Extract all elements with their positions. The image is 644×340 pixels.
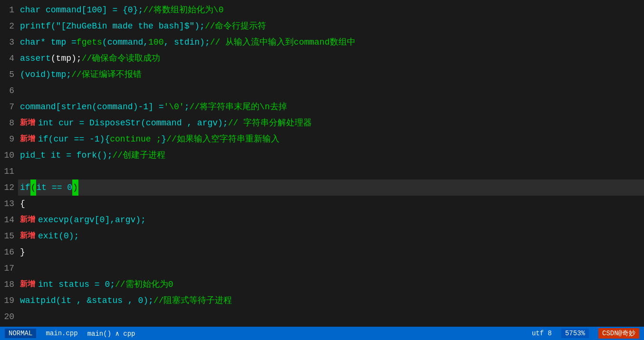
code-token: (tmp); (51, 50, 82, 66)
code-token: // 从输入流中输入到command数组中 (210, 34, 356, 50)
branch-badge: main.cpp (46, 330, 77, 337)
line-number: 5 (0, 66, 14, 83)
code-line (18, 163, 644, 179)
line-number: 8 (0, 115, 14, 131)
code-token: //命令行提示符 (205, 18, 267, 34)
code-line: 新增exit(0); (18, 228, 644, 244)
code-line: } (18, 244, 644, 260)
code-line: 新增execvp(argv[0],argv); (18, 212, 644, 228)
code-line: (void)tmp;//保证编译不报错 (18, 66, 644, 83)
code-token: execvp(argv[0],argv); (38, 212, 146, 228)
code-token: char* tmp = (20, 34, 77, 50)
line-number: 7 (0, 99, 14, 115)
code-line: command[strlen(command)-1] = '\0';//将字符串… (18, 99, 644, 115)
status-right: utf 8 5753% CSDN@奇妙 (532, 328, 639, 339)
code-line: printf("[ZhuGeBin made the bash]$");//命令… (18, 18, 644, 34)
file-info: main() ∧ cpp (87, 330, 135, 338)
code-token: int status = 0; (38, 276, 115, 293)
code-token: } (20, 244, 25, 260)
code-token: //将数组初始化为\0 (143, 2, 223, 18)
code-token: { (20, 196, 25, 212)
line-number: 10 (0, 147, 14, 163)
code-token: waitpid(it , &status , 0); (20, 293, 154, 309)
line-col-info: 5753% (561, 329, 589, 338)
new-label: 新增 (20, 228, 35, 244)
code-token: char command[100] = {0}; (20, 2, 143, 18)
code-token: //确保命令读取成功 (82, 50, 161, 66)
line-number: 20 (0, 309, 14, 325)
code-token: ; (184, 99, 190, 115)
code-line: 新增if(cur == -1){continue ;}//如果输入空字符串重新输… (18, 131, 644, 147)
code-token: // 字符串分解处理器 (228, 115, 312, 131)
code-token: if(cur == -1){ (38, 131, 110, 147)
code-area: 12345678910111213141516171819202122 char… (0, 0, 644, 327)
line-number: 18 (0, 276, 14, 293)
new-label: 新增 (20, 212, 35, 228)
code-line (18, 309, 644, 325)
code-token: continue ; (110, 131, 161, 147)
cursor-end: ) (72, 179, 78, 196)
line-number: 13 (0, 196, 14, 212)
line-number: 16 (0, 244, 14, 260)
code-line: { (18, 196, 644, 212)
encoding-info: utf 8 (532, 330, 552, 337)
code-line: if(it == 0) (18, 179, 644, 196)
code-line: 新增int status = 0;//需初始化为0 (18, 276, 644, 293)
line-number: 14 (0, 212, 14, 228)
code-lines: char command[100] = {0};//将数组初始化为\0 prin… (18, 2, 644, 325)
code-token: fgets (77, 34, 102, 50)
code-line: pid_t it = fork();//创建子进程 (18, 147, 644, 163)
code-token: , stdin); (163, 34, 210, 50)
code-token: '\0' (163, 99, 184, 115)
new-label: 新增 (20, 131, 35, 147)
code-token: //需初始化为0 (115, 276, 173, 293)
line-numbers: 12345678910111213141516171819202122 (0, 2, 18, 325)
code-line: 新增int cur = DisposeStr(command , argv);/… (18, 115, 644, 131)
code-token: //将字符串末尾的\n去掉 (189, 99, 287, 115)
code-token: exit(0); (38, 228, 79, 244)
code-token: //如果输入空字符串重新输入 (166, 131, 279, 147)
code-line: assert(tmp);//确保命令读取成功 (18, 50, 644, 66)
code-token: pid_t it = fork(); (20, 147, 112, 163)
status-left: NORMAL main.cpp main() ∧ cpp (5, 329, 135, 338)
line-number: 6 (0, 83, 14, 99)
code-token: } (161, 131, 166, 147)
code-line: waitpid(it , &status , 0);//阻塞式等待子进程 (18, 293, 644, 309)
code-token: command[strlen(command)-1] = (20, 99, 163, 115)
code-token: //保证编译不报错 (71, 66, 142, 83)
code-token: assert (20, 50, 51, 66)
line-number: 9 (0, 131, 14, 147)
mode-badge: NORMAL (5, 329, 36, 338)
new-label: 新增 (20, 276, 35, 293)
line-number: 4 (0, 50, 14, 66)
code-line: char* tmp = fgets(command, 100 , stdin);… (18, 34, 644, 50)
line-number: 1 (0, 2, 14, 18)
code-line (18, 260, 644, 276)
line-number: 19 (0, 293, 14, 309)
editor-container: 12345678910111213141516171819202122 char… (0, 0, 644, 340)
status-bar: NORMAL main.cpp main() ∧ cpp utf 8 5753%… (0, 327, 644, 340)
line-number: 17 (0, 260, 14, 276)
code-line (18, 83, 644, 99)
code-token: //创建子进程 (112, 147, 165, 163)
code-token: 100 (148, 34, 163, 50)
new-label: 新增 (20, 115, 35, 131)
code-token: (void)tmp; (20, 66, 71, 83)
line-number: 3 (0, 34, 14, 50)
line-number: 15 (0, 228, 14, 244)
cursor: ( (30, 179, 37, 196)
line-number: 12 (0, 179, 14, 196)
code-token: (command, (102, 34, 148, 50)
line-number: 11 (0, 163, 14, 179)
line-number: 2 (0, 18, 14, 34)
code-token: printf("[ZhuGeBin made the bash]$"); (20, 18, 205, 34)
code-token: //阻塞式等待子进程 (154, 293, 232, 309)
code-line: char command[100] = {0};//将数组初始化为\0 (18, 2, 644, 18)
code-token: int cur = DisposeStr(command , argv); (38, 115, 228, 131)
csdn-badge: CSDN@奇妙 (598, 328, 639, 339)
